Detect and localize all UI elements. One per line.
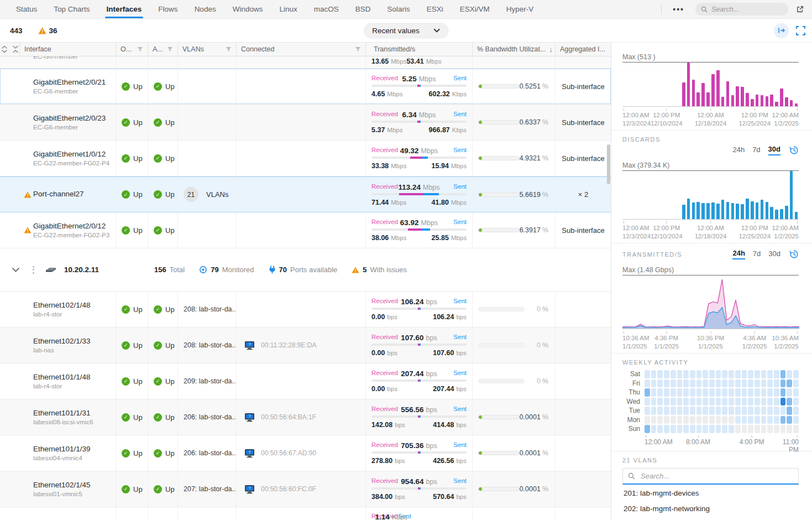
heatmap-cell[interactable] <box>729 407 734 415</box>
table-row[interactable]: Ethernet101/1/39labesxi04-vmnic4✓Up✓Up20… <box>0 435 611 471</box>
tab-flows[interactable]: Flows <box>150 0 186 18</box>
heatmap-cell[interactable] <box>709 407 715 415</box>
heatmap-cell[interactable] <box>709 388 715 397</box>
heatmap-cell[interactable] <box>722 370 727 378</box>
heatmap-cell[interactable] <box>677 416 683 424</box>
received-label[interactable]: Received <box>371 334 398 340</box>
heatmap-cell[interactable] <box>793 398 799 406</box>
heatmap-cell[interactable] <box>742 370 747 378</box>
received-label[interactable]: Received <box>371 111 398 117</box>
heatmap-cell[interactable] <box>755 425 760 433</box>
heatmap-cell[interactable] <box>735 398 741 406</box>
heatmap-cell[interactable] <box>735 416 741 424</box>
heatmap-cell[interactable] <box>645 370 650 378</box>
heatmap-cell[interactable] <box>787 416 792 424</box>
heatmap-cell[interactable] <box>709 370 715 378</box>
heatmap-cell[interactable] <box>651 398 657 406</box>
heatmap-cell[interactable] <box>742 388 747 397</box>
heatmap-cell[interactable] <box>690 379 695 388</box>
heatmap-cell[interactable] <box>780 388 786 397</box>
heatmap-cell[interactable] <box>683 425 689 433</box>
heatmap-cell[interactable] <box>683 388 689 397</box>
heatmap-cell[interactable] <box>748 388 753 397</box>
heatmap-cell[interactable] <box>774 416 779 424</box>
heatmap-cell[interactable] <box>729 398 734 406</box>
heatmap-cell[interactable] <box>761 416 767 424</box>
heatmap-cell[interactable] <box>742 398 747 406</box>
heatmap-cell[interactable] <box>645 407 650 415</box>
column-header-a-[interactable]: A... <box>148 43 178 56</box>
heatmap-cell[interactable] <box>780 425 786 433</box>
heatmap-cell[interactable] <box>657 407 663 415</box>
table-row[interactable]: GigabitEthernet1/0/12EC-G22-member-FG02-… <box>0 141 611 176</box>
tab-macos[interactable]: macOS <box>306 0 347 18</box>
heatmap-cell[interactable] <box>787 425 792 433</box>
heatmap-cell[interactable] <box>716 398 721 406</box>
heatmap-cell[interactable] <box>696 388 702 397</box>
heatmap-cell[interactable] <box>709 416 715 424</box>
heatmap-cell[interactable] <box>716 416 721 424</box>
heatmap-cell[interactable] <box>664 425 669 433</box>
heatmap-cell[interactable] <box>774 379 779 388</box>
heatmap-cell[interactable] <box>767 370 773 378</box>
heatmap-cell[interactable] <box>793 425 799 433</box>
heatmap-cell[interactable] <box>651 379 657 388</box>
collapse-all-icon[interactable] <box>12 45 19 53</box>
heatmap-cell[interactable] <box>690 398 695 406</box>
heatmap-cell[interactable] <box>780 370 786 378</box>
filter-icon[interactable] <box>167 46 173 53</box>
filter-icon[interactable] <box>355 46 361 53</box>
heatmap-cell[interactable] <box>761 388 767 397</box>
heatmap-cell[interactable] <box>657 388 663 397</box>
heatmap-cell[interactable] <box>664 398 669 406</box>
table-row[interactable]: Ethernet101/1/31labesxi08-iscsi-vmic6✓Up… <box>0 399 611 435</box>
heatmap-cell[interactable] <box>755 407 760 415</box>
heatmap-cell[interactable] <box>761 370 767 378</box>
total-interfaces-count[interactable]: 443 <box>10 27 23 35</box>
sent-label[interactable]: Sent <box>453 441 467 448</box>
heatmap-cell[interactable] <box>703 388 708 397</box>
heatmap-cell[interactable] <box>767 398 773 406</box>
table-row[interactable]: Ethernet101/1/48lab-r4-stor✓Up✓Up209: la… <box>0 363 611 399</box>
heatmap-cell[interactable] <box>683 416 689 424</box>
received-label[interactable]: Received <box>371 370 398 376</box>
heatmap-cell[interactable] <box>645 398 650 406</box>
heatmap-cell[interactable] <box>787 407 792 415</box>
heatmap-cell[interactable] <box>767 416 773 424</box>
heatmap-cell[interactable] <box>761 425 767 433</box>
heatmap-cell[interactable] <box>683 379 689 388</box>
filter-icon[interactable] <box>137 46 143 53</box>
heatmap-cell[interactable] <box>748 370 753 378</box>
sent-label[interactable]: Sent <box>453 334 467 340</box>
heatmap-cell[interactable] <box>716 379 721 388</box>
heatmap-cell[interactable] <box>722 425 727 433</box>
heatmap-cell[interactable] <box>664 407 669 415</box>
heatmap-cell[interactable] <box>670 388 676 397</box>
heatmap-cell[interactable] <box>657 379 663 388</box>
range-option-24h[interactable]: 24h <box>732 249 745 259</box>
vlan-list-item[interactable]: 203: lab-mgmt-vmotion <box>622 517 799 520</box>
heatmap-cell[interactable] <box>677 379 683 388</box>
heatmap-cell[interactable] <box>657 398 663 406</box>
heatmap-cell[interactable] <box>735 407 741 415</box>
heatmap-cell[interactable] <box>755 370 760 378</box>
heatmap-cell[interactable] <box>729 370 734 378</box>
heatmap-cell[interactable] <box>748 425 753 433</box>
column-header-connected[interactable]: Connected <box>237 43 366 56</box>
heatmap-cell[interactable] <box>735 379 741 388</box>
heatmap-cell[interactable] <box>780 407 786 415</box>
tab-hyper-v[interactable]: Hyper-V <box>498 0 542 18</box>
heatmap-cell[interactable] <box>696 425 702 433</box>
heatmap-cell[interactable] <box>703 407 708 415</box>
tab-top-charts[interactable]: Top Charts <box>45 0 98 18</box>
received-label[interactable]: Received <box>371 183 398 190</box>
heatmap-cell[interactable] <box>748 416 753 424</box>
heatmap-cell[interactable] <box>716 388 721 397</box>
heatmap-cell[interactable] <box>755 379 760 388</box>
heatmap-cell[interactable] <box>761 379 767 388</box>
heatmap-cell[interactable] <box>780 416 786 424</box>
heatmap-cell[interactable] <box>645 425 650 433</box>
column-header-interface[interactable]: Interface <box>20 43 116 56</box>
heatmap-cell[interactable] <box>703 379 708 388</box>
heatmap-cell[interactable] <box>755 388 760 397</box>
